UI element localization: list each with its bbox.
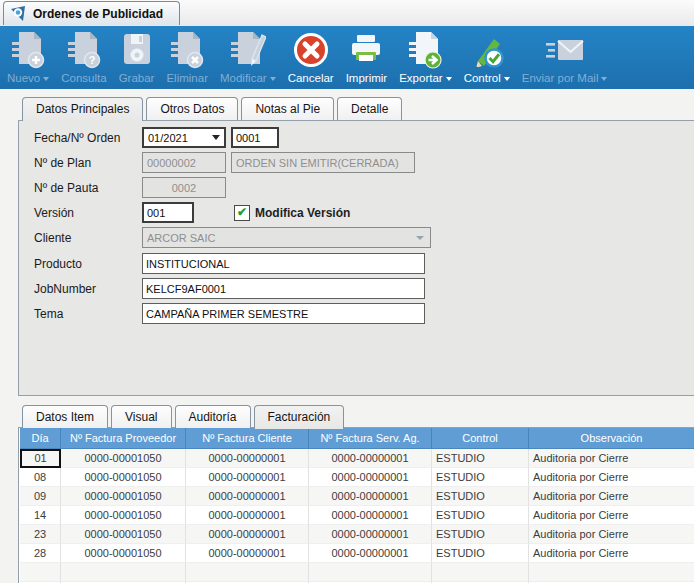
column-header-control[interactable]: Control <box>432 428 529 448</box>
combo-dropdown-icon <box>416 236 424 240</box>
cancel-icon <box>292 29 330 71</box>
grid-cell[interactable]: 0000-00001050 <box>61 468 186 487</box>
grid-cell[interactable]: ESTUDIO <box>432 525 529 544</box>
consulta-button[interactable]: ? Consulta <box>55 29 112 85</box>
grid-cell[interactable]: Auditoria por Cierre <box>529 487 694 506</box>
grid-cell[interactable]: 0000-00000001 <box>309 544 432 563</box>
combo-dropdown-icon <box>212 135 220 140</box>
pauta-label: Nº de Pauta <box>34 181 142 195</box>
column-header-factura-serv-ag[interactable]: Nº Factura Serv. Ag. <box>309 428 432 448</box>
fecha-combo[interactable]: 01/2021 <box>142 127 226 148</box>
grid-cell[interactable]: Auditoria por Cierre <box>529 525 694 544</box>
tab-auditoria[interactable]: Auditoría <box>175 405 251 428</box>
jobnumber-input[interactable] <box>142 278 425 299</box>
eliminar-label: Eliminar <box>166 71 208 85</box>
app-icon <box>9 5 27 23</box>
window-tab[interactable]: Ordenes de Publicidad <box>3 1 180 25</box>
column-header-factura-proveedor[interactable]: Nº Factura Proveedor <box>61 428 186 448</box>
window-tab-title: Ordenes de Publicidad <box>33 7 163 21</box>
grid-cell[interactable]: 0000-00000001 <box>309 449 432 468</box>
grid-cell[interactable]: 0000-00001050 <box>61 544 186 563</box>
grid-cell[interactable]: ESTUDIO <box>432 449 529 468</box>
grid-cell[interactable]: 0000-00000001 <box>186 487 309 506</box>
tab-datos-item[interactable]: Datos Item <box>22 405 108 428</box>
tab-otros-datos[interactable]: Otros Datos <box>146 97 238 120</box>
grid-cell[interactable]: ESTUDIO <box>432 487 529 506</box>
chevron-down-icon <box>601 77 607 81</box>
modificar-button[interactable]: Modificar <box>214 29 282 85</box>
grid-cell[interactable]: ESTUDIO <box>432 544 529 563</box>
grid-cell[interactable]: 0000-00000001 <box>186 468 309 487</box>
pauta-input <box>142 177 226 198</box>
grid-cell[interactable]: 0000-00000001 <box>186 449 309 468</box>
query-document-icon: ? <box>67 29 101 71</box>
column-header-dia[interactable]: Día <box>20 428 61 448</box>
grid-cell[interactable]: 09 <box>20 487 61 506</box>
cancelar-button[interactable]: Cancelar <box>282 29 340 85</box>
eliminar-button[interactable]: Eliminar <box>160 29 214 85</box>
toolbar: Nuevo ? Consulta Grabar <box>0 26 694 89</box>
producto-input[interactable] <box>142 253 425 274</box>
facturacion-panel: Día Nº Factura Proveedor Nº Factura Clie… <box>18 427 694 583</box>
grabar-button[interactable]: Grabar <box>113 29 161 85</box>
nuevo-button[interactable]: Nuevo <box>1 29 55 85</box>
grid-cell[interactable]: 0000-00000001 <box>309 468 432 487</box>
control-button[interactable]: Control <box>458 29 516 85</box>
chevron-down-icon <box>270 77 276 81</box>
cancelar-label: Cancelar <box>288 71 334 85</box>
table-row: 08 0000-00001050 0000-00000001 0000-0000… <box>20 468 694 487</box>
tema-input[interactable] <box>142 303 425 324</box>
exportar-button[interactable]: Exportar <box>393 29 457 85</box>
grid-cell[interactable]: 0000-00000001 <box>309 525 432 544</box>
imprimir-button[interactable]: Imprimir <box>340 29 394 85</box>
delete-document-icon <box>170 29 204 71</box>
orden-input[interactable] <box>231 127 279 148</box>
grid-cell[interactable]: 08 <box>20 468 61 487</box>
grabar-label: Grabar <box>119 71 155 85</box>
modifica-version-checkbox[interactable] <box>234 205 250 221</box>
grid-cell[interactable]: Auditoria por Cierre <box>529 468 694 487</box>
grid-cell[interactable]: ESTUDIO <box>432 506 529 525</box>
tab-detalle[interactable]: Detalle <box>337 97 402 120</box>
exportar-label: Exportar <box>399 71 442 85</box>
consulta-label: Consulta <box>61 71 106 85</box>
fecha-orden-label: Fecha/Nº Orden <box>34 131 142 145</box>
grid-cell[interactable]: 0000-00000001 <box>309 487 432 506</box>
chevron-down-icon <box>446 77 452 81</box>
tab-notas-al-pie[interactable]: Notas al Pie <box>241 97 334 120</box>
save-icon <box>120 29 154 71</box>
grid-cell[interactable]: 0000-00000001 <box>186 506 309 525</box>
enviar-por-mail-button[interactable]: Enviar por Mail <box>516 29 614 85</box>
chevron-down-icon <box>504 77 510 81</box>
grid-cell[interactable]: Auditoria por Cierre <box>529 506 694 525</box>
grid-cell[interactable]: 0000-00001050 <box>61 487 186 506</box>
new-document-icon <box>11 29 45 71</box>
table-row: 09 0000-00001050 0000-00000001 0000-0000… <box>20 487 694 506</box>
cliente-combo-value: ARCOR SAIC <box>147 232 215 244</box>
grid-cell[interactable]: 23 <box>20 525 61 544</box>
tab-facturacion[interactable]: Facturación <box>254 405 345 429</box>
grid-cell-focused[interactable]: 01 <box>20 449 61 468</box>
column-header-factura-cliente[interactable]: Nº Factura Cliente <box>186 428 309 448</box>
tab-datos-principales[interactable]: Datos Principales <box>22 97 143 121</box>
nuevo-label: Nuevo <box>7 71 40 85</box>
grid-cell[interactable]: 0000-00001050 <box>61 525 186 544</box>
version-input[interactable] <box>142 202 194 223</box>
tab-visual[interactable]: Visual <box>111 405 171 428</box>
grid-cell[interactable]: 0000-00000001 <box>186 525 309 544</box>
fecha-combo-value: 01/2021 <box>148 132 188 144</box>
grid-cell[interactable]: 0000-00000001 <box>186 544 309 563</box>
grid-cell[interactable]: Auditoria por Cierre <box>529 544 694 563</box>
grid-cell[interactable]: 14 <box>20 506 61 525</box>
grid-cell[interactable]: 0000-00001050 <box>61 449 186 468</box>
grid-cell[interactable]: Auditoria por Cierre <box>529 449 694 468</box>
version-label: Versión <box>34 206 142 220</box>
grid-cell[interactable]: ESTUDIO <box>432 468 529 487</box>
grid-cell[interactable]: 0000-00000001 <box>309 506 432 525</box>
grid-cell[interactable]: 28 <box>20 544 61 563</box>
column-header-observacion[interactable]: Observación <box>529 428 694 448</box>
table-row: 14 0000-00001050 0000-00000001 0000-0000… <box>20 506 694 525</box>
grid-cell[interactable]: 0000-00001050 <box>61 506 186 525</box>
svg-text:?: ? <box>89 54 96 66</box>
imprimir-label: Imprimir <box>346 71 388 85</box>
